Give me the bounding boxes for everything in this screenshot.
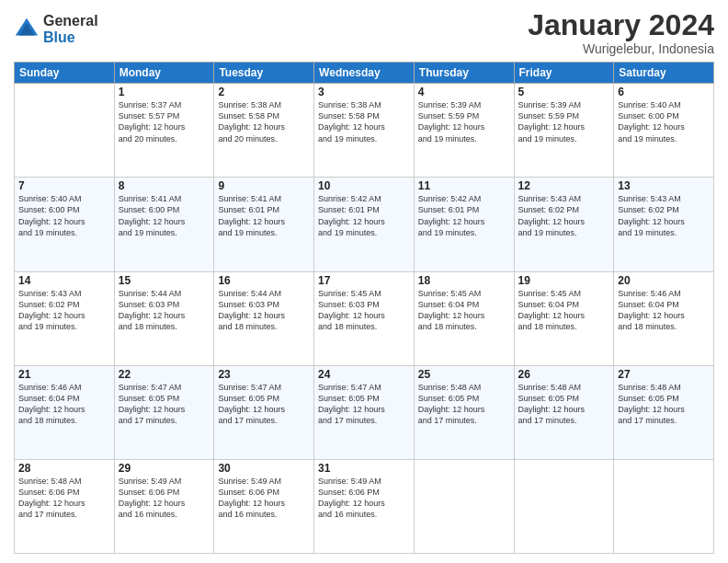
logo: General Blue xyxy=(14,13,98,45)
day-number: 14 xyxy=(18,274,110,287)
calendar-day-cell: 5Sunrise: 5:39 AM Sunset: 5:59 PM Daylig… xyxy=(514,84,614,178)
day-info: Sunrise: 5:40 AM Sunset: 6:00 PM Dayligh… xyxy=(18,193,110,238)
calendar-day-cell: 21Sunrise: 5:46 AM Sunset: 6:04 PM Dayli… xyxy=(15,365,115,459)
calendar-day-cell: 3Sunrise: 5:38 AM Sunset: 5:58 PM Daylig… xyxy=(314,84,415,178)
day-info: Sunrise: 5:37 AM Sunset: 5:57 PM Dayligh… xyxy=(119,99,210,144)
calendar-day-cell xyxy=(414,459,514,553)
day-number: 3 xyxy=(318,86,410,98)
calendar-day-cell: 26Sunrise: 5:48 AM Sunset: 6:05 PM Dayli… xyxy=(514,365,614,459)
day-info: Sunrise: 5:48 AM Sunset: 6:05 PM Dayligh… xyxy=(518,382,610,427)
calendar-header-sunday: Sunday xyxy=(15,63,115,84)
calendar-day-cell: 24Sunrise: 5:47 AM Sunset: 6:05 PM Dayli… xyxy=(314,365,415,459)
day-info: Sunrise: 5:49 AM Sunset: 6:06 PM Dayligh… xyxy=(119,476,210,521)
day-number: 13 xyxy=(618,179,710,192)
calendar-day-cell: 9Sunrise: 5:41 AM Sunset: 6:01 PM Daylig… xyxy=(214,178,314,271)
day-info: Sunrise: 5:42 AM Sunset: 6:01 PM Dayligh… xyxy=(318,193,410,238)
calendar-day-cell: 1Sunrise: 5:37 AM Sunset: 5:57 PM Daylig… xyxy=(114,84,214,178)
calendar-header-row: SundayMondayTuesdayWednesdayThursdayFrid… xyxy=(15,63,714,84)
day-info: Sunrise: 5:41 AM Sunset: 6:00 PM Dayligh… xyxy=(119,193,210,238)
day-number: 18 xyxy=(418,274,510,287)
header: General Blue January 2024 Wurigelebur, I… xyxy=(14,9,714,56)
day-number: 26 xyxy=(518,368,610,381)
day-info: Sunrise: 5:47 AM Sunset: 6:05 PM Dayligh… xyxy=(318,382,410,427)
day-number: 21 xyxy=(18,368,110,381)
calendar-day-cell: 20Sunrise: 5:46 AM Sunset: 6:04 PM Dayli… xyxy=(614,271,714,365)
calendar-table: SundayMondayTuesdayWednesdayThursdayFrid… xyxy=(14,62,714,554)
calendar-day-cell: 13Sunrise: 5:43 AM Sunset: 6:02 PM Dayli… xyxy=(614,178,714,271)
day-number: 7 xyxy=(18,179,110,192)
calendar-header-wednesday: Wednesday xyxy=(314,63,415,84)
day-info: Sunrise: 5:45 AM Sunset: 6:04 PM Dayligh… xyxy=(418,288,510,333)
calendar-day-cell: 6Sunrise: 5:40 AM Sunset: 6:00 PM Daylig… xyxy=(614,84,714,178)
day-info: Sunrise: 5:48 AM Sunset: 6:05 PM Dayligh… xyxy=(418,382,510,427)
calendar-header-saturday: Saturday xyxy=(614,63,714,84)
calendar-week-row: 7Sunrise: 5:40 AM Sunset: 6:00 PM Daylig… xyxy=(15,178,714,271)
logo-general: General xyxy=(43,13,98,29)
location: Wurigelebur, Indonesia xyxy=(528,41,714,56)
calendar-day-cell: 28Sunrise: 5:48 AM Sunset: 6:06 PM Dayli… xyxy=(15,459,115,553)
title-block: January 2024 Wurigelebur, Indonesia xyxy=(528,9,714,56)
day-number: 17 xyxy=(318,274,410,287)
day-number: 12 xyxy=(518,179,610,192)
day-info: Sunrise: 5:48 AM Sunset: 6:06 PM Dayligh… xyxy=(18,476,110,521)
calendar-week-row: 1Sunrise: 5:37 AM Sunset: 5:57 PM Daylig… xyxy=(15,84,714,178)
calendar-day-cell: 12Sunrise: 5:43 AM Sunset: 6:02 PM Dayli… xyxy=(514,178,614,271)
day-number: 2 xyxy=(218,86,310,98)
day-number: 19 xyxy=(518,274,610,287)
calendar-day-cell: 18Sunrise: 5:45 AM Sunset: 6:04 PM Dayli… xyxy=(414,271,514,365)
calendar-day-cell: 7Sunrise: 5:40 AM Sunset: 6:00 PM Daylig… xyxy=(15,178,115,271)
calendar-week-row: 14Sunrise: 5:43 AM Sunset: 6:02 PM Dayli… xyxy=(15,271,714,365)
calendar-day-cell: 25Sunrise: 5:48 AM Sunset: 6:05 PM Dayli… xyxy=(414,365,514,459)
calendar-day-cell: 2Sunrise: 5:38 AM Sunset: 5:58 PM Daylig… xyxy=(214,84,314,178)
day-info: Sunrise: 5:40 AM Sunset: 6:00 PM Dayligh… xyxy=(618,99,710,144)
calendar-day-cell: 4Sunrise: 5:39 AM Sunset: 5:59 PM Daylig… xyxy=(414,84,514,178)
day-info: Sunrise: 5:41 AM Sunset: 6:01 PM Dayligh… xyxy=(218,193,310,238)
logo-text: General Blue xyxy=(43,13,98,45)
calendar-day-cell: 29Sunrise: 5:49 AM Sunset: 6:06 PM Dayli… xyxy=(114,459,214,553)
calendar-day-cell: 31Sunrise: 5:49 AM Sunset: 6:06 PM Dayli… xyxy=(314,459,415,553)
calendar-day-cell: 30Sunrise: 5:49 AM Sunset: 6:06 PM Dayli… xyxy=(214,459,314,553)
day-info: Sunrise: 5:43 AM Sunset: 6:02 PM Dayligh… xyxy=(18,288,110,333)
day-number: 30 xyxy=(218,462,310,475)
month-title: January 2024 xyxy=(528,9,714,41)
day-info: Sunrise: 5:48 AM Sunset: 6:05 PM Dayligh… xyxy=(618,382,710,427)
day-number: 23 xyxy=(218,368,310,381)
calendar-header-friday: Friday xyxy=(514,63,614,84)
day-info: Sunrise: 5:38 AM Sunset: 5:58 PM Dayligh… xyxy=(218,99,310,144)
day-number: 4 xyxy=(418,86,510,98)
calendar-day-cell: 8Sunrise: 5:41 AM Sunset: 6:00 PM Daylig… xyxy=(114,178,214,271)
day-info: Sunrise: 5:44 AM Sunset: 6:03 PM Dayligh… xyxy=(218,288,310,333)
day-number: 24 xyxy=(318,368,410,381)
day-info: Sunrise: 5:49 AM Sunset: 6:06 PM Dayligh… xyxy=(218,476,310,521)
day-number: 16 xyxy=(218,274,310,287)
day-number: 25 xyxy=(418,368,510,381)
day-info: Sunrise: 5:49 AM Sunset: 6:06 PM Dayligh… xyxy=(318,476,410,521)
calendar-day-cell xyxy=(514,459,614,553)
day-info: Sunrise: 5:47 AM Sunset: 6:05 PM Dayligh… xyxy=(119,382,210,427)
day-number: 28 xyxy=(18,462,110,475)
calendar-day-cell: 23Sunrise: 5:47 AM Sunset: 6:05 PM Dayli… xyxy=(214,365,314,459)
day-info: Sunrise: 5:38 AM Sunset: 5:58 PM Dayligh… xyxy=(318,99,410,144)
day-info: Sunrise: 5:45 AM Sunset: 6:03 PM Dayligh… xyxy=(318,288,410,333)
calendar-day-cell: 15Sunrise: 5:44 AM Sunset: 6:03 PM Dayli… xyxy=(114,271,214,365)
day-number: 27 xyxy=(618,368,710,381)
day-info: Sunrise: 5:39 AM Sunset: 5:59 PM Dayligh… xyxy=(518,99,610,144)
calendar-day-cell: 16Sunrise: 5:44 AM Sunset: 6:03 PM Dayli… xyxy=(214,271,314,365)
day-info: Sunrise: 5:44 AM Sunset: 6:03 PM Dayligh… xyxy=(119,288,210,333)
calendar-header-tuesday: Tuesday xyxy=(214,63,314,84)
day-info: Sunrise: 5:46 AM Sunset: 6:04 PM Dayligh… xyxy=(618,288,710,333)
calendar-week-row: 28Sunrise: 5:48 AM Sunset: 6:06 PM Dayli… xyxy=(15,459,714,553)
calendar-day-cell: 10Sunrise: 5:42 AM Sunset: 6:01 PM Dayli… xyxy=(314,178,415,271)
calendar-day-cell: 27Sunrise: 5:48 AM Sunset: 6:05 PM Dayli… xyxy=(614,365,714,459)
day-number: 5 xyxy=(518,86,610,98)
calendar-week-row: 21Sunrise: 5:46 AM Sunset: 6:04 PM Dayli… xyxy=(15,365,714,459)
day-info: Sunrise: 5:39 AM Sunset: 5:59 PM Dayligh… xyxy=(418,99,510,144)
day-info: Sunrise: 5:43 AM Sunset: 6:02 PM Dayligh… xyxy=(518,193,610,238)
calendar-day-cell xyxy=(614,459,714,553)
day-number: 6 xyxy=(618,86,710,98)
calendar-day-cell xyxy=(15,84,115,178)
day-info: Sunrise: 5:42 AM Sunset: 6:01 PM Dayligh… xyxy=(418,193,510,238)
day-number: 20 xyxy=(618,274,710,287)
day-number: 11 xyxy=(418,179,510,192)
logo-blue: Blue xyxy=(43,29,98,46)
